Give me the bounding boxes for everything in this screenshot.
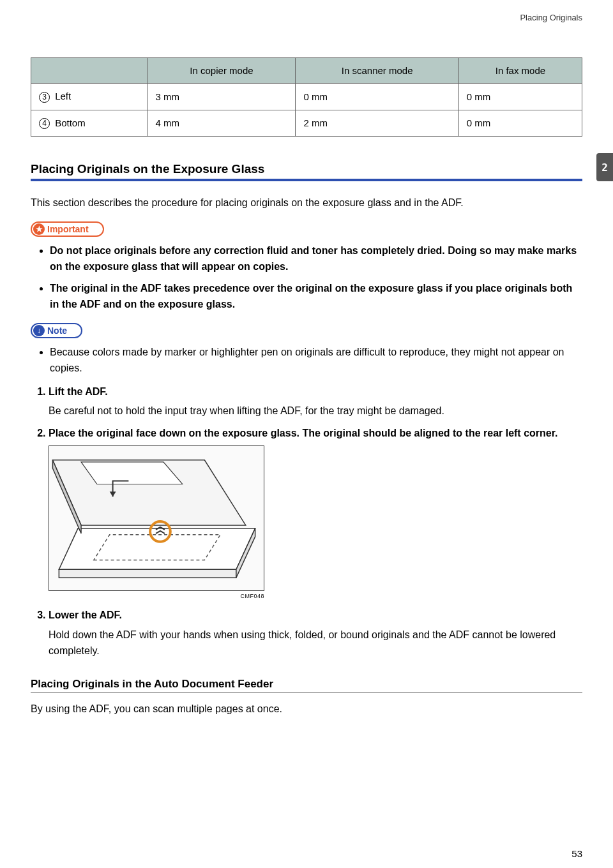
circled-number-icon: 4 bbox=[39, 118, 50, 129]
scanner-diagram-icon bbox=[49, 446, 264, 590]
step-title: Place the original face down on the expo… bbox=[49, 426, 582, 442]
svg-marker-0 bbox=[59, 528, 255, 569]
page-number: 53 bbox=[571, 848, 582, 859]
table-row: 3 Left 3 mm 0 mm 0 mm bbox=[31, 84, 582, 110]
subsection-rule bbox=[31, 692, 582, 692]
page-content: Placing Originals In copier mode In scan… bbox=[0, 0, 613, 868]
circled-number-icon: 3 bbox=[39, 92, 50, 103]
step-title: Lift the ADF. bbox=[49, 384, 582, 400]
figure-id: CMF048 bbox=[49, 592, 264, 601]
step-body: Be careful not to hold the input tray wh… bbox=[49, 403, 582, 419]
margins-table: In copier mode In scanner mode In fax mo… bbox=[31, 57, 582, 137]
section-intro: This section describes the procedure for… bbox=[31, 195, 582, 211]
table-header-row: In copier mode In scanner mode In fax mo… bbox=[31, 58, 582, 84]
step-title: Lower the ADF. bbox=[49, 608, 582, 624]
row-label: 4 Bottom bbox=[31, 110, 148, 137]
list-item: Do not place originals before any correc… bbox=[50, 243, 582, 275]
table-header-fax: In fax mode bbox=[458, 58, 582, 84]
table-header-scanner: In scanner mode bbox=[296, 58, 458, 84]
table-header-blank bbox=[31, 58, 148, 84]
step-2: Place the original face down on the expo… bbox=[49, 426, 582, 601]
running-header: Placing Originals bbox=[31, 13, 582, 22]
arrow-down-icon: ↓ bbox=[33, 325, 45, 336]
section-rule bbox=[31, 179, 582, 181]
exposure-glass-illustration bbox=[49, 445, 264, 591]
important-label: Important bbox=[47, 224, 89, 234]
cell-fax: 0 mm bbox=[458, 84, 582, 110]
list-item: Because colors made by marker or highlig… bbox=[50, 345, 582, 377]
cell-scanner: 2 mm bbox=[296, 110, 458, 137]
step-1: Lift the ADF. Be careful not to hold the… bbox=[49, 384, 582, 420]
cell-scanner: 0 mm bbox=[296, 84, 458, 110]
step-body: Hold down the ADF with your hands when u… bbox=[49, 627, 582, 659]
row-label: 3 Left bbox=[31, 84, 148, 110]
section-title-adf: Placing Originals in the Auto Document F… bbox=[31, 678, 582, 691]
note-bullets: Because colors made by marker or highlig… bbox=[31, 345, 582, 377]
table-header-copier: In copier mode bbox=[148, 58, 296, 84]
note-callout: ↓ Note bbox=[31, 323, 82, 338]
section-title-exposure-glass: Placing Originals on the Exposure Glass bbox=[31, 162, 582, 176]
important-bullets: Do not place originals before any correc… bbox=[31, 243, 582, 313]
step-3: Lower the ADF. Hold down the ADF with yo… bbox=[49, 608, 582, 659]
svg-marker-1 bbox=[59, 569, 236, 578]
important-callout: ★ Important bbox=[31, 221, 104, 237]
cell-copier: 3 mm bbox=[148, 84, 296, 110]
procedure-steps: Lift the ADF. Be careful not to hold the… bbox=[31, 384, 582, 659]
cell-copier: 4 mm bbox=[148, 110, 296, 137]
note-label: Note bbox=[47, 326, 67, 336]
table-row: 4 Bottom 4 mm 2 mm 0 mm bbox=[31, 110, 582, 137]
adf-intro: By using the ADF, you can scan multiple … bbox=[31, 701, 582, 717]
list-item: The original in the ADF takes precedence… bbox=[50, 281, 582, 313]
cell-fax: 0 mm bbox=[458, 110, 582, 137]
star-icon: ★ bbox=[33, 223, 45, 235]
